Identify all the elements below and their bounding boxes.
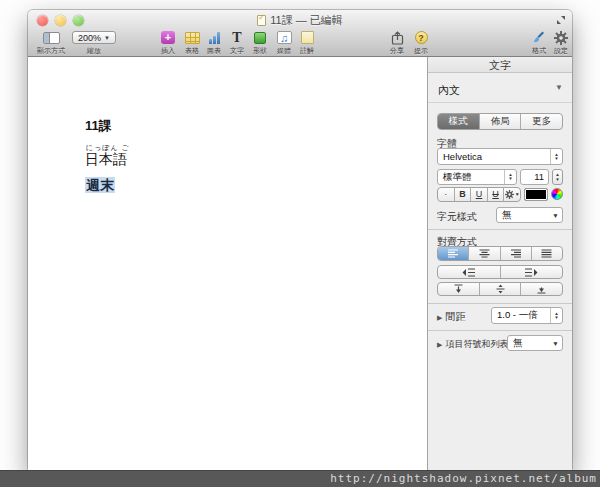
- font-family-popup[interactable]: Helvetica ▲▼: [437, 148, 563, 165]
- document-canvas[interactable]: 11課 にっぽん ご 日本語 週末: [28, 57, 427, 470]
- comment-button[interactable]: 註解: [295, 30, 319, 56]
- watermark-url: http://nightshadow.pixnet.net/album: [0, 470, 600, 487]
- media-button[interactable]: ♫ 媒體: [272, 30, 296, 56]
- strikethrough-button[interactable]: U: [488, 188, 505, 201]
- insert-button[interactable]: + 插入: [156, 30, 180, 56]
- chevron-down-icon: ▼: [104, 35, 110, 41]
- setup-button[interactable]: 設定: [550, 30, 572, 56]
- tab-more[interactable]: 更多: [521, 114, 562, 129]
- format-brush-icon: [532, 31, 546, 45]
- zoom-dropdown[interactable]: 200%▼: [72, 31, 116, 44]
- indent-buttons: [437, 265, 563, 279]
- align-left-button[interactable]: [438, 247, 469, 260]
- table-icon: [185, 32, 200, 44]
- font-size-stepper[interactable]: ▲▼: [552, 169, 563, 185]
- chart-icon: [209, 31, 220, 44]
- format-sidebar: 文字 內文 ▼ 樣式 佈局 更多 字體 Helvetica ▲▼ 標準體 ▲▼ …: [427, 57, 572, 470]
- minimize-button[interactable]: [55, 15, 66, 26]
- valign-top-button[interactable]: [438, 283, 480, 295]
- tab-layout[interactable]: 佈局: [480, 114, 522, 129]
- increase-indent-button[interactable]: [501, 266, 563, 278]
- gear-icon: [505, 190, 514, 199]
- format-button[interactable]: 格式: [528, 30, 550, 56]
- sidebar-title: 文字: [428, 57, 572, 73]
- bullets-popup[interactable]: 無 ▼: [507, 335, 563, 351]
- spacing-label: ▶間距: [437, 310, 465, 324]
- text-style-row: · B U U ▼: [437, 186, 563, 202]
- decrease-indent-button[interactable]: [438, 266, 501, 278]
- traffic-lights: [37, 15, 84, 26]
- spacing-value: 1.0 - 一倍: [492, 309, 550, 322]
- pages-window: 11課 — 已編輯 顯示方式 200%▼ 縮放 + 插入: [28, 10, 572, 470]
- align-justify-button[interactable]: [532, 247, 562, 260]
- advanced-gear-button[interactable]: ▼: [504, 188, 520, 201]
- char-style-popup[interactable]: 無 ▼: [496, 207, 563, 223]
- view-icon: [43, 32, 60, 44]
- bullets-value: 無: [508, 337, 549, 350]
- chevron-down-icon: ▼: [555, 83, 563, 92]
- doc-line-nihongo[interactable]: 日本語: [85, 151, 127, 169]
- view-button[interactable]: 顯示方式: [32, 30, 70, 56]
- underline-button[interactable]: U: [471, 188, 488, 201]
- font-size-field[interactable]: 11: [520, 169, 549, 185]
- bold-button[interactable]: B: [455, 188, 472, 201]
- selected-text[interactable]: 週末: [85, 177, 115, 193]
- text-style-buttons: · B U U ▼: [437, 187, 521, 202]
- paragraph-style-dropdown[interactable]: 內文 ▼: [428, 74, 572, 103]
- doc-line-shumatsu[interactable]: 週末: [85, 177, 115, 195]
- zoom-control[interactable]: 200%▼ 縮放: [72, 30, 116, 56]
- typeface-popup[interactable]: 標準體 ▲▼: [437, 169, 517, 185]
- char-style-label: 字元樣式: [437, 210, 477, 224]
- media-icon: ♫: [277, 31, 292, 44]
- share-button[interactable]: 分享: [385, 30, 409, 56]
- valign-middle-button[interactable]: [480, 283, 522, 295]
- share-icon: [391, 31, 404, 45]
- shape-icon: [254, 32, 266, 44]
- doc-line-title[interactable]: 11課: [85, 117, 112, 135]
- divider: [428, 330, 572, 331]
- chevron-down-icon: ▼: [549, 212, 562, 219]
- text-button[interactable]: T 文字: [225, 30, 249, 56]
- chevron-down-icon: ▼: [549, 340, 562, 347]
- typeface-value: 標準體: [438, 171, 504, 184]
- shape-button[interactable]: 形狀: [248, 30, 272, 56]
- tips-button[interactable]: ? 提示: [409, 30, 433, 56]
- comment-icon: [301, 31, 314, 44]
- stepper-icon: ▲▼: [504, 170, 516, 184]
- titlebar[interactable]: 11課 — 已編輯: [28, 10, 572, 29]
- char-style-value: 無: [497, 209, 549, 222]
- color-wheel-icon[interactable]: [551, 188, 563, 200]
- paragraph-style-value: 內文: [438, 83, 460, 98]
- table-button[interactable]: 表格: [180, 30, 204, 56]
- chart-button[interactable]: 圖表: [202, 30, 226, 56]
- spacing-popup[interactable]: 1.0 - 一倍 ▲▼: [491, 307, 563, 324]
- gear-icon: [554, 31, 568, 45]
- insert-icon: +: [161, 31, 175, 44]
- text-color-well[interactable]: [524, 188, 548, 201]
- text-icon: T: [232, 31, 241, 44]
- valign-bottom-button[interactable]: [521, 283, 562, 295]
- fullscreen-icon[interactable]: [556, 15, 566, 25]
- align-right-button[interactable]: [501, 247, 532, 260]
- stepper-icon: ▲▼: [550, 308, 562, 323]
- zoom-window-button[interactable]: [73, 15, 84, 26]
- bullets-label: ▶項目符號和列表: [437, 338, 508, 351]
- sidebar-tabs: 樣式 佈局 更多: [437, 113, 563, 130]
- window-chrome: 11課 — 已編輯 顯示方式 200%▼ 縮放 + 插入: [28, 10, 572, 57]
- tab-style[interactable]: 樣式: [438, 114, 480, 129]
- disclosure-triangle-icon[interactable]: ▶: [437, 341, 442, 348]
- document-icon: [257, 15, 266, 26]
- stepper-icon: ▲▼: [550, 149, 562, 164]
- divider: [428, 229, 572, 230]
- vertical-align-buttons: [437, 282, 563, 296]
- divider: [428, 303, 572, 304]
- alignment-buttons: [437, 246, 563, 261]
- align-center-button[interactable]: [469, 247, 500, 260]
- disclosure-triangle-icon[interactable]: ▶: [437, 314, 442, 321]
- toolbar: 顯示方式 200%▼ 縮放 + 插入 表格: [28, 29, 572, 57]
- close-button[interactable]: [37, 15, 48, 26]
- font-family-value: Helvetica: [438, 151, 550, 162]
- tips-icon: ?: [415, 31, 428, 44]
- typeface-dot-button[interactable]: ·: [438, 188, 455, 201]
- window-title: 11課 — 已編輯: [108, 13, 492, 27]
